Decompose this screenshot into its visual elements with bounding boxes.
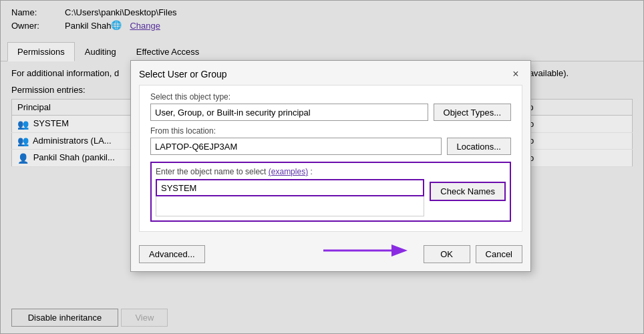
locations-button[interactable]: Locations...: [447, 138, 512, 155]
object-name-input-container: [156, 179, 424, 216]
dialog-titlebar: Select User or Group ×: [131, 61, 530, 85]
arrow-annotation: [317, 236, 420, 267]
object-name-input[interactable]: [156, 179, 424, 196]
object-type-label: Select this object type:: [150, 92, 511, 102]
cancel-button[interactable]: Cancel: [476, 245, 522, 263]
dialog-close-button[interactable]: ×: [509, 67, 522, 81]
object-type-row: Object Types...: [150, 104, 511, 121]
dialog-body: Select this object type: Object Types...…: [139, 85, 522, 232]
dialog-footer: Advanced... OK Cancel: [131, 240, 530, 271]
check-names-button[interactable]: Check Names: [430, 182, 506, 201]
object-name-extra-area: [156, 196, 424, 216]
object-name-section: Enter the object name to select (example…: [150, 162, 511, 222]
ok-area: OK: [424, 245, 470, 263]
object-types-button[interactable]: Object Types...: [434, 104, 511, 121]
dialog-title: Select User or Group: [139, 69, 227, 79]
location-row: Locations...: [150, 138, 511, 155]
select-user-dialog: Select User or Group × Select this objec…: [130, 60, 531, 272]
object-name-label: Enter the object name to select (example…: [156, 167, 506, 176]
object-name-input-row: Check Names: [156, 179, 506, 216]
advanced-button[interactable]: Advanced...: [139, 245, 205, 263]
footer-left: Advanced...: [139, 245, 205, 263]
location-label: From this location:: [150, 126, 511, 136]
location-input[interactable]: [150, 138, 442, 155]
footer-right: OK Cancel: [424, 245, 522, 263]
ok-button[interactable]: OK: [424, 245, 470, 263]
examples-link[interactable]: (examples): [269, 167, 308, 176]
object-type-input[interactable]: [150, 104, 428, 121]
